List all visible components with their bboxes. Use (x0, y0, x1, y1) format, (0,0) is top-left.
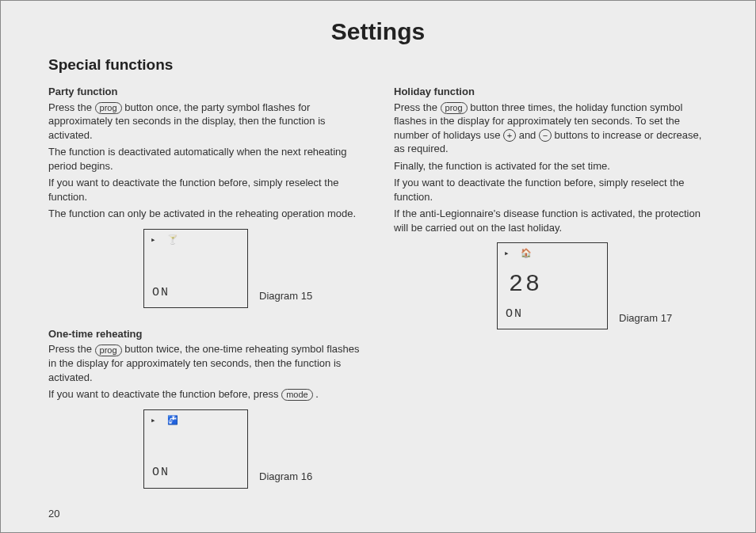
lcd-on-label: ON (506, 306, 523, 322)
diagram-16-row: ▸ 🚰 ON Diagram 16 (143, 409, 362, 489)
diagram-17-label: Diagram 17 (619, 311, 672, 326)
holiday-heading: Holiday function (394, 85, 708, 99)
two-column-layout: Party function Press the prog button onc… (48, 85, 708, 500)
text: If you want to deactivate the function b… (48, 388, 281, 400)
minus-button-icon: − (539, 129, 552, 142)
text: Press the (394, 101, 441, 113)
party-p1: Press the prog button once, the party sy… (48, 101, 362, 143)
lcd-holiday-count: 28 (509, 268, 542, 301)
diagram-15-label: Diagram 15 (259, 289, 312, 303)
holiday-p1: Press the prog button three times, the h… (394, 101, 708, 156)
party-p4: The function can only be activated in th… (48, 207, 362, 221)
plus-button-icon: + (503, 129, 516, 142)
lcd-diagram-16: ▸ 🚰 ON (143, 409, 248, 489)
diagram-15-row: ▸ 🍸 ON Diagram 15 (143, 229, 362, 308)
text: and (519, 129, 539, 141)
text: Press the (48, 343, 95, 355)
lcd-diagram-17: ▸ 🏠 28 ON (497, 242, 608, 329)
diagram-16-label: Diagram 16 (259, 470, 312, 484)
onetime-p1: Press the prog button twice, the one-tim… (48, 342, 362, 384)
diagram-17-row: ▸ 🏠 28 ON Diagram 17 (497, 242, 708, 329)
text: Press the (48, 101, 95, 113)
lcd-top-icons: ▸ 🏠 (504, 248, 601, 260)
onetime-heading: One-time reheating (48, 327, 362, 341)
section-heading: Special functions (48, 56, 708, 74)
prog-button-icon: prog (95, 102, 122, 114)
lcd-diagram-15: ▸ 🍸 ON (143, 229, 248, 308)
onetime-p2: If you want to deactivate the function b… (48, 387, 362, 402)
left-column: Party function Press the prog button onc… (48, 85, 362, 500)
page-title: Settings (48, 18, 708, 45)
holiday-p3: If you want to deactivate the function b… (394, 176, 708, 204)
manual-page: Settings Special functions Party functio… (0, 0, 756, 533)
lcd-on-label: ON (152, 285, 170, 301)
holiday-p2: Finally, the function is activated for t… (394, 159, 708, 173)
prog-button-icon: prog (95, 345, 122, 356)
lcd-top-icons: ▸ 🍸 (151, 234, 241, 246)
prog-button-icon: prog (441, 102, 468, 114)
page-number: 20 (48, 508, 59, 520)
mode-button-icon: mode (281, 389, 313, 401)
holiday-p4: If the anti-Legionnaire's disease functi… (394, 207, 708, 234)
lcd-on-label: ON (152, 465, 170, 481)
text: . (315, 388, 319, 400)
party-p2: The function is deactivated automaticall… (48, 145, 362, 173)
party-function-heading: Party function (48, 85, 362, 99)
right-column: Holiday function Press the prog button t… (394, 85, 708, 500)
lcd-top-icons: ▸ 🚰 (151, 415, 241, 427)
party-p3: If you want to deactivate the function b… (48, 176, 362, 204)
